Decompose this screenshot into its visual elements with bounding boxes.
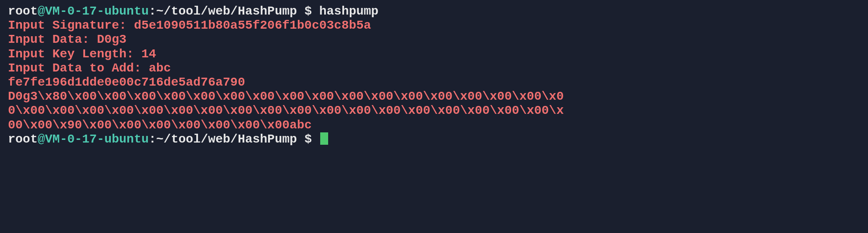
terminal-cursor xyxy=(320,132,328,145)
output-data-1: D0g3\x80\x00\x00\x00\x00\x00\x00\x00\x00… xyxy=(8,90,564,104)
input-key-length-label: Input Key Length: xyxy=(8,47,141,61)
output-data-3: 00\x00\x90\x00\x00\x00\x00\x00\x00\x00ab… xyxy=(8,118,312,132)
output-hash: fe7fe196d1dde0e00c716de5ad76a790 xyxy=(8,75,245,90)
prompt2-dollar: $ xyxy=(297,132,319,147)
input-key-length-value: 14 xyxy=(141,47,156,61)
prompt2-host: @VM-0-17-ubuntu xyxy=(37,132,149,147)
input-key-length-line: Input Key Length: 14 xyxy=(8,47,860,61)
input-data-to-add-value: abc xyxy=(149,61,171,75)
prompt2-root: root xyxy=(8,132,37,147)
command-text: hashpump xyxy=(319,4,378,19)
input-data-line: Input Data: D0g3 xyxy=(8,33,860,47)
input-signature-label: Input Signature: xyxy=(8,19,134,33)
output-data-line1: D0g3\x80\x00\x00\x00\x00\x00\x00\x00\x00… xyxy=(8,90,860,104)
input-data-value: D0g3 xyxy=(97,33,127,47)
prompt-host: @VM-0-17-ubuntu xyxy=(37,4,149,19)
prompt2-path: :~/tool/web/HashPump xyxy=(149,132,297,147)
output-data-2: 0\x00\x00\x00\x00\x00\x00\x00\x00\x00\x0… xyxy=(8,104,564,118)
output-data-line3: 00\x00\x90\x00\x00\x00\x00\x00\x00\x00ab… xyxy=(8,118,860,132)
command-line: root@VM-0-17-ubuntu:~/tool/web/HashPump … xyxy=(8,4,860,19)
prompt-path: :~/tool/web/HashPump xyxy=(149,4,297,19)
second-prompt-line: root@VM-0-17-ubuntu:~/tool/web/HashPump … xyxy=(8,132,860,147)
input-data-label: Input Data: xyxy=(8,33,97,47)
input-signature-value: d5e1090511b80a55f206f1b0c03c8b5a xyxy=(134,19,371,33)
prompt-root: root xyxy=(8,4,37,19)
input-data-to-add-line: Input Data to Add: abc xyxy=(8,61,860,75)
input-data-to-add-label: Input Data to Add: xyxy=(8,61,149,75)
input-signature-line: Input Signature: d5e1090511b80a55f206f1b… xyxy=(8,19,860,33)
terminal: root@VM-0-17-ubuntu:~/tool/web/HashPump … xyxy=(8,4,860,229)
prompt-dollar: $ xyxy=(297,4,319,19)
output-data-line2: 0\x00\x00\x00\x00\x00\x00\x00\x00\x00\x0… xyxy=(8,104,860,118)
output-hash-line: fe7fe196d1dde0e00c716de5ad76a790 xyxy=(8,75,860,90)
